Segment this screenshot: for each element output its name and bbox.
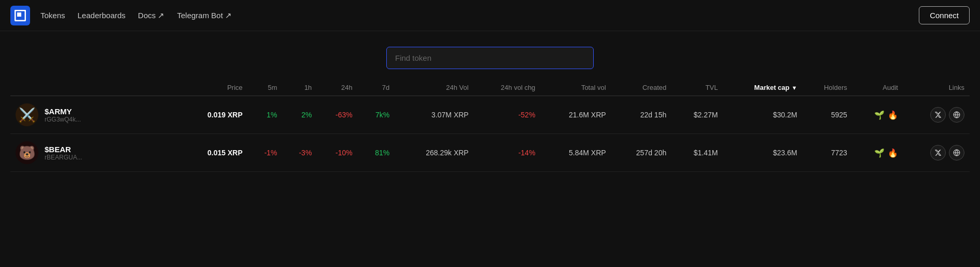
market-cap-0: $30.2M bbox=[723, 96, 802, 134]
plant-icon[interactable]: 🌱 bbox=[874, 110, 885, 120]
price-0: 0.019 XRP bbox=[180, 96, 247, 134]
svg-rect-1 bbox=[17, 12, 21, 17]
col-5m: 5m bbox=[248, 79, 283, 96]
token-address-1: rBEARGUA... bbox=[45, 154, 82, 161]
token-avatar-1: 🐻 bbox=[16, 141, 38, 164]
links-0 bbox=[903, 96, 970, 134]
table-header-row: Price 5m 1h 24h 7d 24h Vol 24h vol chg T… bbox=[10, 79, 970, 96]
col-token bbox=[10, 79, 180, 96]
connect-button[interactable]: Connect bbox=[919, 6, 970, 24]
token-table-container: Price 5m 1h 24h 7d 24h Vol 24h vol chg T… bbox=[0, 79, 980, 172]
1h-1: -3% bbox=[283, 134, 317, 172]
holders-1: 7723 bbox=[802, 134, 852, 172]
token-address-0: rGG3wQ4k... bbox=[45, 116, 81, 123]
5m-0: 1% bbox=[248, 96, 283, 134]
token-symbol-1: $BEAR bbox=[45, 145, 82, 154]
nav-telegram[interactable]: Telegram Bot ↗ bbox=[177, 11, 232, 20]
col-created: Created bbox=[611, 79, 672, 96]
nav-tokens[interactable]: Tokens bbox=[40, 11, 65, 20]
search-section bbox=[0, 31, 980, 79]
col-audit: Audit bbox=[852, 79, 903, 96]
plant-icon[interactable]: 🌱 bbox=[874, 148, 885, 158]
main-nav: Tokens Leaderboards Docs ↗ Telegram Bot … bbox=[40, 11, 919, 20]
tvl-0: $2.27M bbox=[671, 96, 723, 134]
vol24h-1: 268.29k XRP bbox=[395, 134, 473, 172]
token-avatar-0: ⚔️ bbox=[16, 103, 38, 126]
x-link-button-1[interactable] bbox=[930, 145, 946, 161]
audit-0: 🌱 🔥 bbox=[852, 96, 903, 134]
24h-0: -63% bbox=[317, 96, 357, 134]
token-cell-0: ⚔️ $ARMY rGG3wQ4k... bbox=[10, 96, 180, 134]
col-7d: 7d bbox=[358, 79, 395, 96]
7d-1: 81% bbox=[358, 134, 395, 172]
created-0: 22d 15h bbox=[611, 96, 672, 134]
header: Tokens Leaderboards Docs ↗ Telegram Bot … bbox=[0, 0, 980, 31]
1h-0: 2% bbox=[283, 96, 317, 134]
col-1h: 1h bbox=[283, 79, 317, 96]
fire-icon[interactable]: 🔥 bbox=[888, 110, 898, 120]
col-links: Links bbox=[903, 79, 970, 96]
col-24h: 24h bbox=[317, 79, 357, 96]
table-row: ⚔️ $ARMY rGG3wQ4k... 0.019 XRP 1% 2% -63… bbox=[10, 96, 970, 134]
col-holders: Holders bbox=[802, 79, 852, 96]
tvl-1: $1.41M bbox=[671, 134, 723, 172]
x-link-button-0[interactable] bbox=[930, 107, 946, 123]
col-price: Price bbox=[180, 79, 247, 96]
market-cap-label: Market cap bbox=[754, 84, 790, 91]
nav-docs[interactable]: Docs ↗ bbox=[138, 11, 164, 20]
7d-0: 7k% bbox=[358, 96, 395, 134]
vol24h-chg-0: -52% bbox=[474, 96, 541, 134]
5m-1: -1% bbox=[248, 134, 283, 172]
total-vol-1: 5.84M XRP bbox=[540, 134, 611, 172]
col-market-cap[interactable]: Market cap ▼ bbox=[723, 79, 802, 96]
created-1: 257d 20h bbox=[611, 134, 672, 172]
24h-1: -10% bbox=[317, 134, 357, 172]
token-table: Price 5m 1h 24h 7d 24h Vol 24h vol chg T… bbox=[10, 79, 970, 172]
holders-0: 5925 bbox=[802, 96, 852, 134]
total-vol-0: 21.6M XRP bbox=[540, 96, 611, 134]
nav-leaderboards[interactable]: Leaderboards bbox=[78, 11, 126, 20]
globe-link-button-0[interactable] bbox=[949, 107, 964, 123]
vol24h-0: 3.07M XRP bbox=[395, 96, 473, 134]
col-tvl: TVL bbox=[671, 79, 723, 96]
logo bbox=[10, 6, 30, 25]
col-vol24h: 24h Vol bbox=[395, 79, 473, 96]
market-cap-1: $23.6M bbox=[723, 134, 802, 172]
table-row: 🐻 $BEAR rBEARGUA... 0.015 XRP -1% -3% -1… bbox=[10, 134, 970, 172]
search-input[interactable] bbox=[386, 47, 594, 69]
audit-1: 🌱 🔥 bbox=[852, 134, 903, 172]
fire-icon[interactable]: 🔥 bbox=[888, 148, 898, 158]
token-symbol-0: $ARMY bbox=[45, 107, 81, 116]
col-total-vol: Total vol bbox=[540, 79, 611, 96]
sort-icon: ▼ bbox=[792, 85, 797, 91]
token-cell-1: 🐻 $BEAR rBEARGUA... bbox=[10, 134, 180, 172]
col-vol24h-chg: 24h vol chg bbox=[474, 79, 541, 96]
globe-link-button-1[interactable] bbox=[949, 145, 964, 161]
price-1: 0.015 XRP bbox=[180, 134, 247, 172]
vol24h-chg-1: -14% bbox=[474, 134, 541, 172]
links-1 bbox=[903, 134, 970, 172]
